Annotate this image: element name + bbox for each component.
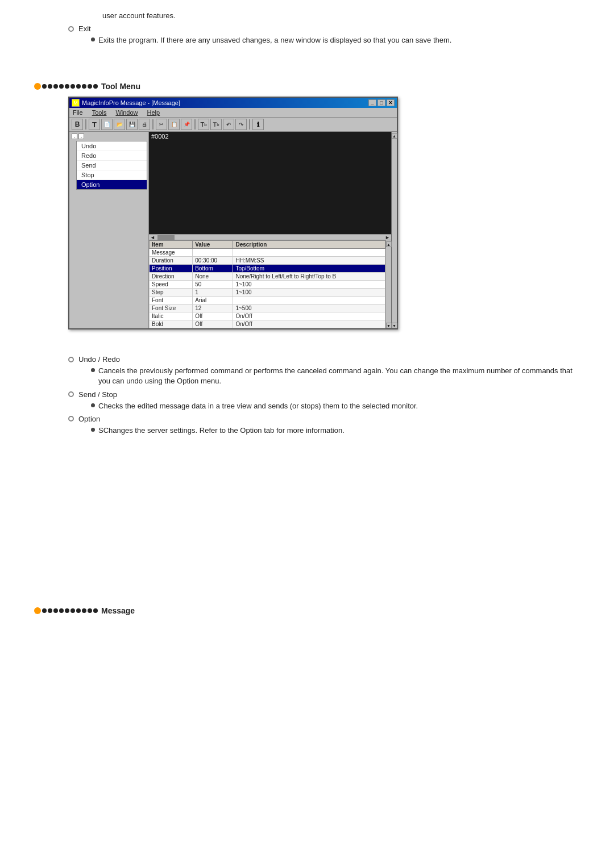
prop-row[interactable]: BoldOffOn/Off	[150, 320, 385, 328]
toolbar-cut-btn[interactable]: ✂	[156, 119, 167, 130]
toolbar-t-btn[interactable]: T	[89, 119, 100, 130]
menu-window[interactable]: Window	[113, 108, 140, 116]
dot5	[65, 84, 69, 89]
prop-row[interactable]: Duration00:30:00HH:MM:SS	[150, 257, 385, 265]
tool-menu-header: Tool Menu	[34, 82, 580, 91]
toolbar-settings2-btn[interactable]: Tb	[210, 119, 222, 130]
vscroll-up[interactable]: ▲	[386, 241, 392, 247]
msg-dot4	[59, 608, 64, 613]
option-section: Option SChanges the server settings. Ref…	[68, 415, 580, 436]
option-sub-dot	[91, 428, 95, 432]
dot2	[48, 84, 52, 89]
toolbar-open-btn[interactable]: 📂	[114, 119, 125, 130]
toolbar-info-btn[interactable]: ℹ	[252, 119, 264, 130]
prop-cell-value: 00:30:00	[193, 257, 233, 265]
tree-expand-child[interactable]: -	[78, 133, 84, 139]
prop-cell-item: Position	[150, 265, 193, 273]
message-section-title: Message	[101, 606, 135, 615]
menu-redo[interactable]: Redo	[77, 151, 147, 161]
prop-row[interactable]: PositionBottomTop/Bottom	[150, 265, 385, 273]
scroll-right-btn[interactable]: ►	[384, 235, 391, 240]
prop-row[interactable]: ItalicOffOn/Off	[150, 312, 385, 320]
prop-cell-desc: 1~500	[233, 304, 385, 312]
prop-cell-value: Arial	[193, 297, 233, 304]
menu-option[interactable]: Option	[77, 180, 147, 189]
prop-row[interactable]: Speed501~100	[150, 281, 385, 289]
msg-dot7	[76, 608, 81, 613]
exit-section: Exit Exits the program. If there are any…	[68, 24, 580, 45]
app-content: - - Undo Redo Send Stop Option #0002 ◄	[69, 132, 397, 328]
menu-tools[interactable]: Tools	[90, 108, 109, 116]
canvas-vscroll-down[interactable]: ▼	[392, 323, 397, 328]
scroll-left-btn[interactable]: ◄	[149, 235, 156, 240]
dropdown-menu: Undo Redo Send Stop Option	[76, 141, 147, 190]
vscroll-down[interactable]: ▼	[386, 323, 392, 328]
toolbar-new-btn[interactable]: 📄	[101, 119, 113, 130]
toolbar-paste-btn[interactable]: 📌	[181, 119, 192, 130]
app-window: M MagicInfoPro Message - [Message] _ □ ✕…	[68, 97, 398, 329]
toolbar-redo-btn[interactable]: ↷	[235, 119, 247, 130]
dot6	[70, 84, 75, 89]
undo-redo-title: Undo / Redo	[78, 355, 120, 364]
bottom-section: Message	[34, 606, 580, 615]
canvas-area: #0002	[149, 132, 391, 234]
prop-cell-desc: 1~100	[233, 281, 385, 289]
option-desc-text: SChanges the server settings. Refer to t…	[98, 425, 345, 436]
properties-panel: Item Value Description MessageDuration00…	[149, 240, 391, 328]
orange-circle-icon	[34, 83, 41, 90]
restore-button[interactable]: □	[377, 99, 385, 106]
scrollbar-horizontal[interactable]: ◄ ►	[149, 234, 391, 240]
menu-help[interactable]: Help	[145, 108, 163, 116]
canvas-vscroll[interactable]: ▲ ▼	[391, 132, 397, 328]
tool-menu-title: Tool Menu	[101, 82, 140, 91]
prop-cell-item: Step	[150, 289, 193, 297]
send-stop-desc: Checks the edited message data in a tree…	[91, 401, 580, 411]
toolbar-settings1-btn[interactable]: Tb	[198, 119, 209, 130]
option-title: Option	[78, 415, 100, 423]
intro-text: user account features.	[102, 11, 580, 20]
undo-redo-section: Undo / Redo Cancels the previously perfo…	[68, 355, 580, 386]
msg-dot5	[65, 608, 69, 613]
toolbar-bold-btn[interactable]: B	[72, 119, 83, 130]
prop-cell-value	[193, 249, 233, 257]
title-bar: M MagicInfoPro Message - [Message] _ □ ✕	[69, 98, 397, 108]
prop-cell-item: Font	[150, 297, 193, 304]
send-stop-dot	[68, 391, 74, 397]
send-stop-desc-text: Checks the edited message data in a tree…	[98, 401, 418, 411]
menu-send[interactable]: Send	[77, 161, 147, 170]
prop-row[interactable]: FontArial	[150, 297, 385, 304]
msg-dot10	[93, 608, 98, 613]
prop-row[interactable]: Step11~100	[150, 289, 385, 297]
toolbar-undo-btn[interactable]: ↶	[223, 119, 234, 130]
option-desc: SChanges the server settings. Refer to t…	[91, 425, 580, 436]
scroll-thumb[interactable]	[157, 235, 175, 240]
title-bar-buttons[interactable]: _ □ ✕	[368, 99, 395, 106]
menu-file[interactable]: File	[70, 108, 85, 116]
prop-cell-value: 12	[193, 304, 233, 312]
msg-dot2	[48, 608, 52, 613]
toolbar-copy-btn[interactable]: 📋	[168, 119, 180, 130]
send-stop-title: Send / Stop	[78, 390, 117, 399]
left-panel: - - Undo Redo Send Stop Option	[69, 132, 149, 328]
window-title: MagicInfoPro Message - [Message]	[82, 99, 180, 106]
close-button[interactable]: ✕	[387, 99, 395, 106]
prop-row[interactable]: Font Size121~500	[150, 304, 385, 312]
tree-root[interactable]: - -	[70, 133, 147, 140]
prop-cell-value: 1	[193, 289, 233, 297]
prop-cell-item: Speed	[150, 281, 193, 289]
prop-cell-desc: HH:MM:SS	[233, 257, 385, 265]
menu-stop[interactable]: Stop	[77, 170, 147, 180]
option-dot	[68, 416, 74, 422]
prop-cell-item: Direction	[150, 273, 193, 281]
vscroll[interactable]: ▲ ▼	[385, 240, 391, 328]
toolbar-print-btn[interactable]: 🖨	[139, 119, 150, 130]
minimize-button[interactable]: _	[368, 99, 376, 106]
canvas-vscroll-up[interactable]: ▲	[392, 133, 397, 139]
prop-cell-desc	[233, 297, 385, 304]
prop-cell-desc: Top/Bottom	[233, 265, 385, 273]
prop-row[interactable]: DirectionNoneNone/Right to Left/Left to …	[150, 273, 385, 281]
toolbar-save-btn[interactable]: 💾	[126, 119, 138, 130]
tree-expand-root[interactable]: -	[72, 133, 77, 139]
menu-undo[interactable]: Undo	[77, 141, 147, 151]
prop-row[interactable]: Message	[150, 249, 385, 257]
